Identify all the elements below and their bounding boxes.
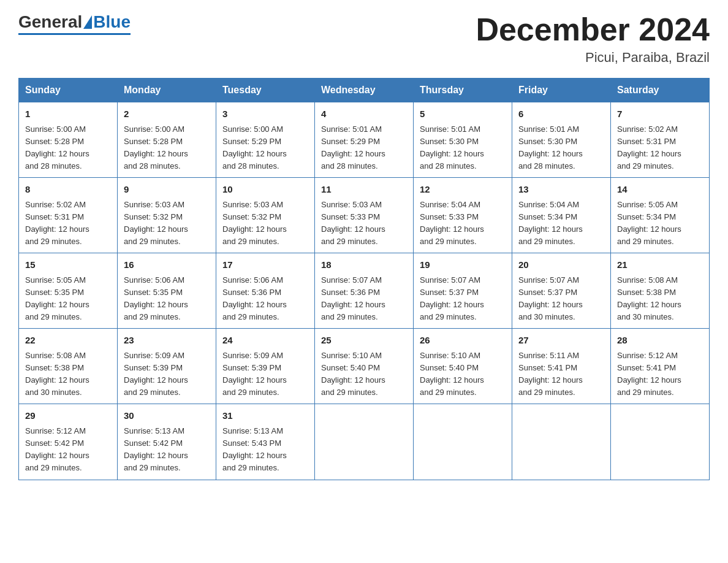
day-number: 10 [222,183,308,197]
title-area: December 2024 Picui, Paraiba, Brazil [476,12,710,66]
day-number: 2 [124,107,210,121]
day-info: Sunrise: 5:13 AMSunset: 5:42 PMDaylight:… [124,425,210,475]
day-number: 27 [518,334,604,348]
day-number: 1 [25,107,111,121]
day-number: 8 [25,183,111,197]
day-info: Sunrise: 5:13 AMSunset: 5:43 PMDaylight:… [222,425,308,475]
day-info: Sunrise: 5:06 AMSunset: 5:36 PMDaylight:… [222,274,308,324]
week-row-4: 22Sunrise: 5:08 AMSunset: 5:38 PMDayligh… [19,329,710,404]
day-number: 28 [617,334,703,348]
day-number: 18 [321,258,407,272]
day-number: 30 [124,409,210,423]
day-info: Sunrise: 5:08 AMSunset: 5:38 PMDaylight:… [617,274,703,324]
page-header: General Blue December 2024 Picui, Paraib… [18,12,710,66]
day-info: Sunrise: 5:10 AMSunset: 5:40 PMDaylight:… [321,350,407,399]
day-info: Sunrise: 5:07 AMSunset: 5:36 PMDaylight:… [321,274,407,324]
logo-text: General Blue [18,12,131,32]
day-info: Sunrise: 5:04 AMSunset: 5:34 PMDaylight:… [518,199,604,248]
day-info: Sunrise: 5:04 AMSunset: 5:33 PMDaylight:… [420,199,506,248]
weekday-header-friday: Friday [512,79,611,102]
calendar-cell: 19Sunrise: 5:07 AMSunset: 5:37 PMDayligh… [414,253,512,329]
day-info: Sunrise: 5:01 AMSunset: 5:30 PMDaylight:… [518,123,604,173]
calendar-cell: 14Sunrise: 5:05 AMSunset: 5:34 PMDayligh… [611,178,710,253]
calendar-cell: 23Sunrise: 5:09 AMSunset: 5:39 PMDayligh… [118,329,216,404]
logo: General Blue [18,12,131,35]
day-info: Sunrise: 5:11 AMSunset: 5:41 PMDaylight:… [518,350,604,399]
calendar-cell: 6Sunrise: 5:01 AMSunset: 5:30 PMDaylight… [512,102,611,178]
day-info: Sunrise: 5:01 AMSunset: 5:29 PMDaylight:… [321,123,407,173]
day-number: 16 [124,258,210,272]
calendar-cell: 24Sunrise: 5:09 AMSunset: 5:39 PMDayligh… [216,329,315,404]
calendar-cell: 26Sunrise: 5:10 AMSunset: 5:40 PMDayligh… [414,329,512,404]
day-number: 9 [124,183,210,197]
calendar-cell: 10Sunrise: 5:03 AMSunset: 5:32 PMDayligh… [216,178,315,253]
day-info: Sunrise: 5:03 AMSunset: 5:32 PMDaylight:… [222,199,308,248]
logo-blue-text: Blue [93,12,131,32]
day-info: Sunrise: 5:09 AMSunset: 5:39 PMDaylight:… [124,350,210,399]
day-info: Sunrise: 5:07 AMSunset: 5:37 PMDaylight:… [518,274,604,324]
calendar-cell: 25Sunrise: 5:10 AMSunset: 5:40 PMDayligh… [315,329,414,404]
day-number: 23 [124,334,210,348]
weekday-header-saturday: Saturday [611,79,710,102]
weekday-header-sunday: Sunday [19,79,118,102]
week-row-2: 8Sunrise: 5:02 AMSunset: 5:31 PMDaylight… [19,178,710,253]
calendar-cell: 12Sunrise: 5:04 AMSunset: 5:33 PMDayligh… [414,178,512,253]
day-info: Sunrise: 5:03 AMSunset: 5:33 PMDaylight:… [321,199,407,248]
day-number: 19 [420,258,506,272]
calendar-cell [512,404,611,480]
logo-underline [18,33,131,35]
calendar-cell: 11Sunrise: 5:03 AMSunset: 5:33 PMDayligh… [315,178,414,253]
day-number: 17 [222,258,308,272]
day-number: 7 [617,107,703,121]
day-info: Sunrise: 5:09 AMSunset: 5:39 PMDaylight:… [222,350,308,399]
day-number: 13 [518,183,604,197]
day-info: Sunrise: 5:05 AMSunset: 5:35 PMDaylight:… [25,274,111,324]
day-number: 25 [321,334,407,348]
calendar-cell [414,404,512,480]
calendar-cell: 30Sunrise: 5:13 AMSunset: 5:42 PMDayligh… [118,404,216,480]
day-info: Sunrise: 5:00 AMSunset: 5:28 PMDaylight:… [25,123,111,173]
calendar-cell: 17Sunrise: 5:06 AMSunset: 5:36 PMDayligh… [216,253,315,329]
calendar-cell: 13Sunrise: 5:04 AMSunset: 5:34 PMDayligh… [512,178,611,253]
calendar-cell: 7Sunrise: 5:02 AMSunset: 5:31 PMDaylight… [611,102,710,178]
day-number: 5 [420,107,506,121]
calendar-cell: 27Sunrise: 5:11 AMSunset: 5:41 PMDayligh… [512,329,611,404]
calendar-cell: 28Sunrise: 5:12 AMSunset: 5:41 PMDayligh… [611,329,710,404]
day-info: Sunrise: 5:08 AMSunset: 5:38 PMDaylight:… [25,350,111,399]
day-number: 21 [617,258,703,272]
day-info: Sunrise: 5:07 AMSunset: 5:37 PMDaylight:… [420,274,506,324]
day-info: Sunrise: 5:00 AMSunset: 5:29 PMDaylight:… [222,123,308,173]
calendar-cell: 18Sunrise: 5:07 AMSunset: 5:36 PMDayligh… [315,253,414,329]
calendar-cell: 9Sunrise: 5:03 AMSunset: 5:32 PMDaylight… [118,178,216,253]
day-info: Sunrise: 5:05 AMSunset: 5:34 PMDaylight:… [617,199,703,248]
calendar-cell: 8Sunrise: 5:02 AMSunset: 5:31 PMDaylight… [19,178,118,253]
week-row-1: 1Sunrise: 5:00 AMSunset: 5:28 PMDaylight… [19,102,710,178]
calendar-cell: 3Sunrise: 5:00 AMSunset: 5:29 PMDaylight… [216,102,315,178]
calendar-cell: 16Sunrise: 5:06 AMSunset: 5:35 PMDayligh… [118,253,216,329]
location-text: Picui, Paraiba, Brazil [476,50,710,66]
calendar-cell: 22Sunrise: 5:08 AMSunset: 5:38 PMDayligh… [19,329,118,404]
weekday-header-monday: Monday [118,79,216,102]
weekday-header-row: SundayMondayTuesdayWednesdayThursdayFrid… [19,79,710,102]
calendar-cell: 31Sunrise: 5:13 AMSunset: 5:43 PMDayligh… [216,404,315,480]
day-info: Sunrise: 5:12 AMSunset: 5:42 PMDaylight:… [25,425,111,475]
day-info: Sunrise: 5:00 AMSunset: 5:28 PMDaylight:… [124,123,210,173]
calendar-cell: 4Sunrise: 5:01 AMSunset: 5:29 PMDaylight… [315,102,414,178]
logo-triangle-icon [83,15,92,29]
weekday-header-tuesday: Tuesday [216,79,315,102]
calendar-cell: 21Sunrise: 5:08 AMSunset: 5:38 PMDayligh… [611,253,710,329]
day-info: Sunrise: 5:10 AMSunset: 5:40 PMDaylight:… [420,350,506,399]
calendar-cell: 1Sunrise: 5:00 AMSunset: 5:28 PMDaylight… [19,102,118,178]
day-info: Sunrise: 5:12 AMSunset: 5:41 PMDaylight:… [617,350,703,399]
day-number: 12 [420,183,506,197]
day-number: 24 [222,334,308,348]
day-info: Sunrise: 5:02 AMSunset: 5:31 PMDaylight:… [617,123,703,173]
day-info: Sunrise: 5:01 AMSunset: 5:30 PMDaylight:… [420,123,506,173]
calendar-cell: 5Sunrise: 5:01 AMSunset: 5:30 PMDaylight… [414,102,512,178]
logo-general-text: General [18,12,82,32]
day-number: 31 [222,409,308,423]
day-info: Sunrise: 5:02 AMSunset: 5:31 PMDaylight:… [25,199,111,248]
day-number: 6 [518,107,604,121]
day-number: 4 [321,107,407,121]
calendar-cell [315,404,414,480]
